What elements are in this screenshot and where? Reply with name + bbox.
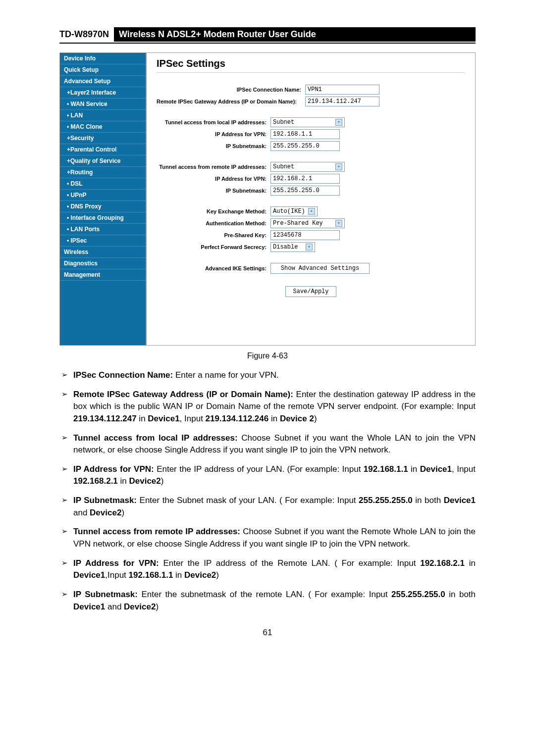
note-item: IP Address for VPN: Enter the IP address… (59, 557, 476, 582)
input-local-mask[interactable]: 255.255.255.0 (270, 141, 340, 151)
doc-title: Wireless N ADSL2+ Modem Router User Guid… (114, 27, 476, 42)
chevron-down-icon: ▾ (335, 163, 342, 170)
chevron-down-icon: ▾ (335, 119, 342, 126)
sidebar-item[interactable]: +Layer2 Interface (60, 87, 146, 99)
doc-header: TD-W8970N Wireless N ADSL2+ Modem Router… (59, 27, 476, 44)
input-remote-mask[interactable]: 255.255.255.0 (270, 186, 340, 196)
sidebar-item[interactable]: • Interface Grouping (60, 212, 146, 224)
sidebar-item[interactable]: +Security (60, 133, 146, 144)
select-tunnel-local[interactable]: Subnet ▾ (270, 117, 345, 127)
label-local-ip: IP Address for VPN: (157, 131, 270, 137)
model-label: TD-W8970N (59, 27, 114, 42)
sidebar-item[interactable]: • DNS Proxy (60, 201, 146, 212)
sidebar-item[interactable]: • MAC Clone (60, 121, 146, 133)
input-local-ip[interactable]: 192.168.1.1 (270, 129, 340, 139)
input-psk[interactable]: 12345678 (270, 230, 340, 240)
sidebar-item[interactable]: • IPSec (60, 235, 146, 247)
select-tunnel-local-value: Subnet (273, 119, 294, 126)
label-adv: Advanced IKE Settings: (157, 265, 270, 271)
label-tunnel-local: Tunnel access from local IP addresses: (157, 119, 270, 125)
note-item: IP Subnetmask: Enter the subnetmask of t… (59, 589, 476, 613)
select-kex-value: Auto(IKE) (273, 208, 305, 215)
label-pfs: Perfect Forward Secrecy: (157, 244, 270, 250)
sidebar-item[interactable]: • UPnP (60, 190, 146, 201)
note-item: Tunnel access from local IP addresses: C… (59, 432, 476, 456)
sidebar-item[interactable]: Device Info (60, 53, 146, 64)
input-remote-ip[interactable]: 192.168.2.1 (270, 174, 340, 184)
label-auth: Authentication Method: (157, 220, 270, 226)
note-item: IP Address for VPN: Enter the IP address… (59, 463, 476, 488)
figure-caption: Figure 4-63 (59, 352, 476, 360)
label-remote-gw: Remote IPSec Gateway Address (IP or Doma… (157, 99, 305, 104)
input-conn-name[interactable]: VPN1 (305, 85, 379, 95)
sidebar-item[interactable]: • DSL (60, 178, 146, 190)
label-conn-name: IPSec Connection Name: (157, 87, 305, 93)
note-item: IPSec Connection Name: Enter a name for … (59, 369, 476, 382)
select-pfs-value: Disable (273, 244, 298, 251)
label-kex: Key Exchange Method: (157, 208, 270, 214)
sidebar-item[interactable]: • LAN (60, 110, 146, 121)
note-item: IP Subnetmask: Enter the Subnet mask of … (59, 495, 476, 519)
router-admin-ui: Device InfoQuick SetupAdvanced Setup+Lay… (59, 52, 476, 346)
save-apply-button[interactable]: Save/Apply (285, 286, 336, 297)
select-auth-value: Pre-Shared Key (273, 220, 323, 227)
label-remote-mask: IP Subnetmask: (157, 188, 270, 194)
note-item: Remote IPSec Gateway Address (IP or Doma… (59, 389, 476, 425)
sidebar-item[interactable]: • LAN Ports (60, 224, 146, 235)
label-psk: Pre-Shared Key: (157, 232, 270, 238)
select-tunnel-remote-value: Subnet (273, 163, 294, 170)
show-advanced-button[interactable]: Show Advanced Settings (270, 263, 370, 274)
sidebar-item[interactable]: Advanced Setup (60, 76, 146, 87)
label-remote-ip: IP Address for VPN: (157, 176, 270, 182)
sidebar-item[interactable]: +Routing (60, 167, 146, 178)
chevron-down-icon: ▾ (306, 244, 313, 251)
label-tunnel-remote: Tunnel access from remote IP addresses: (157, 164, 270, 170)
sidebar-item[interactable]: Diagnostics (60, 258, 146, 269)
label-local-mask: IP Subnetmask: (157, 143, 270, 149)
input-remote-gw[interactable]: 219.134.112.247 (305, 97, 379, 106)
select-auth[interactable]: Pre-Shared Key ▾ (270, 218, 345, 228)
page-title: IPSec Settings (157, 58, 465, 73)
select-pfs[interactable]: Disable ▾ (270, 242, 315, 252)
sidebar-nav: Device InfoQuick SetupAdvanced Setup+Lay… (60, 53, 147, 345)
sidebar-item[interactable]: Quick Setup (60, 64, 146, 76)
select-tunnel-remote[interactable]: Subnet ▾ (270, 162, 345, 172)
chevron-down-icon: ▾ (308, 208, 315, 215)
notes-list: IPSec Connection Name: Enter a name for … (59, 369, 476, 613)
sidebar-item[interactable]: • WAN Service (60, 99, 146, 110)
sidebar-item[interactable]: Wireless (60, 247, 146, 258)
select-kex[interactable]: Auto(IKE) ▾ (270, 206, 318, 216)
chevron-down-icon: ▾ (335, 220, 342, 227)
content-panel: IPSec Settings IPSec Connection Name: VP… (147, 53, 475, 345)
sidebar-item[interactable]: +Quality of Service (60, 155, 146, 167)
sidebar-item[interactable]: +Parental Control (60, 144, 146, 155)
note-item: Tunnel access from remote IP addresses: … (59, 526, 476, 550)
sidebar-item[interactable]: Management (60, 269, 146, 281)
page-number: 61 (59, 628, 476, 638)
